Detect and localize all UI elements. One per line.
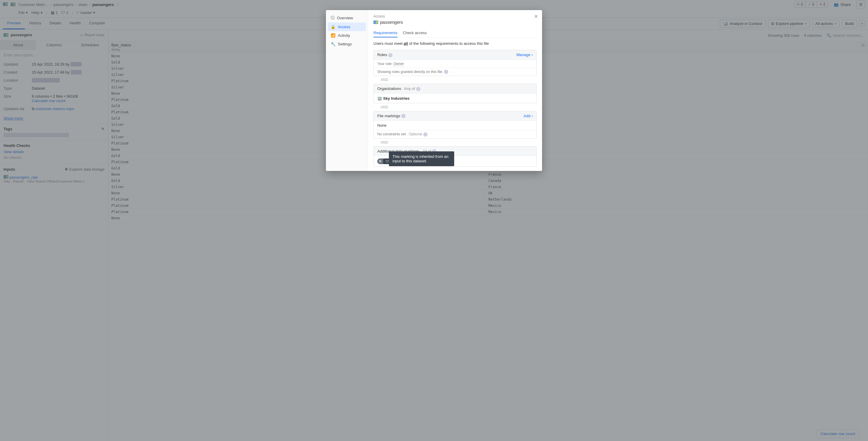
your-role-value: Owner — [393, 62, 404, 66]
close-icon[interactable]: ✕ — [534, 14, 538, 19]
nav-settings[interactable]: 🔧Settings — [328, 40, 366, 49]
add-marking-link[interactable]: Add › — [524, 114, 533, 118]
constraints-text: No constraints set — [377, 132, 406, 136]
and-connector: AND — [373, 138, 537, 146]
org-icon: 🏢 — [377, 96, 382, 101]
lock-icon: 🔒 — [331, 25, 336, 29]
modal-overlay[interactable]: ⓘOverview 🔒Access 📶Activity 🔧Settings ✕ … — [0, 0, 868, 441]
and-connector: AND — [373, 103, 537, 111]
info-icon: ⓘ — [331, 15, 335, 21]
roles-panel: RolesiManage › Your role: Owner Showing … — [373, 50, 537, 76]
and-connector: AND — [373, 76, 537, 84]
manage-roles-link[interactable]: Manage › — [517, 53, 533, 57]
modal-crumb: Access — [373, 14, 537, 19]
roles-heading: Roles — [377, 53, 387, 57]
anyof-text: · Any of — [401, 86, 415, 91]
pipeline-icon: ⧉ — [377, 158, 383, 164]
instructions-text: Users must meet all of the following req… — [373, 41, 537, 46]
tab-check-access[interactable]: Check access — [403, 29, 427, 37]
info-icon[interactable]: i — [444, 70, 448, 74]
inherited-tooltip: This marking is inherited from an input … — [389, 151, 454, 166]
optional-text: · Optional — [406, 132, 422, 136]
access-modal: ⓘOverview 🔒Access 📶Activity 🔧Settings ✕ … — [326, 10, 542, 171]
nav-overview[interactable]: ⓘOverview — [328, 13, 366, 23]
org-name: Sky Industries — [383, 96, 410, 101]
dataset-icon — [373, 21, 378, 24]
info-icon[interactable]: i — [423, 132, 428, 136]
wrench-icon: 🔧 — [331, 42, 336, 46]
your-role-label: Your role: — [377, 62, 393, 66]
markings-heading: File markings — [377, 114, 400, 118]
orgs-panel: Organizations · Any ofi 🏢 Sky Industries — [373, 84, 537, 103]
info-icon[interactable]: i — [401, 114, 405, 118]
rss-icon: 📶 — [331, 33, 336, 38]
info-icon[interactable]: i — [416, 87, 420, 91]
roles-note: Showing roles granted directly on this f… — [377, 70, 443, 74]
markings-panel: File markingsiAdd › None No constraints … — [373, 111, 537, 138]
modal-nav: ⓘOverview 🔒Access 📶Activity 🔧Settings — [326, 10, 368, 171]
info-icon[interactable]: i — [388, 53, 393, 57]
markings-none: None — [374, 121, 536, 130]
modal-dataset-name: passengers — [380, 20, 403, 25]
nav-activity[interactable]: 📶Activity — [328, 31, 366, 40]
orgs-heading: Organizations — [377, 86, 401, 91]
shield-icon: 🛡 — [385, 160, 389, 163]
nav-access[interactable]: 🔒Access — [328, 23, 366, 31]
tab-requirements[interactable]: Requirements — [373, 29, 398, 37]
